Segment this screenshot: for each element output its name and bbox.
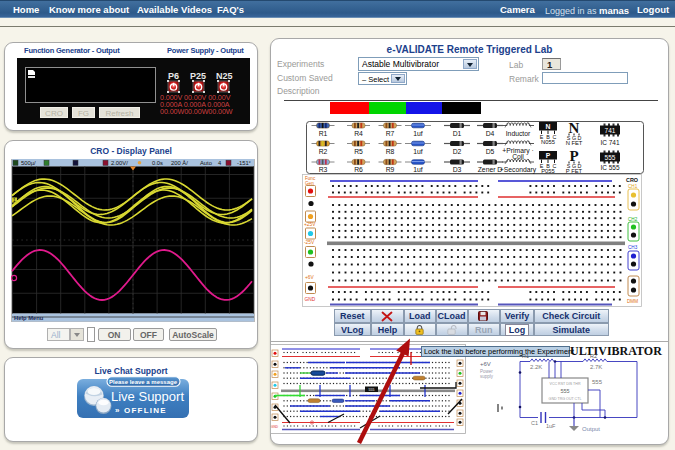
svg-text:555: 555: [605, 154, 616, 161]
svg-text:741: 741: [605, 127, 616, 134]
svg-text:D1: D1: [453, 130, 462, 137]
svg-text:P055: P055: [541, 168, 555, 174]
svg-text:2.2K: 2.2K: [530, 364, 542, 370]
svg-text:CH1: CH1: [628, 184, 638, 189]
svg-text:IC 741: IC 741: [600, 139, 620, 146]
svg-text:C1: C1: [531, 420, 538, 426]
svg-text:-25V: -25V: [304, 240, 315, 245]
svg-text:R1: R1: [522, 353, 529, 359]
svg-text:CRO: CRO: [626, 177, 638, 183]
svg-text:GND: GND: [305, 297, 316, 302]
svg-text:IC 555: IC 555: [600, 164, 620, 171]
svg-text:DMM: DMM: [627, 299, 638, 304]
svg-text:D3: D3: [453, 166, 462, 173]
svg-text:0.0s: 0.0s: [152, 160, 163, 166]
svg-text:D2: D2: [453, 148, 462, 155]
svg-text:555: 555: [592, 379, 603, 385]
svg-text:R8: R8: [386, 148, 395, 155]
svg-text:CH2: CH2: [628, 217, 638, 222]
svg-text:R1: R1: [319, 130, 328, 137]
svg-text:500µ/: 500µ/: [21, 160, 36, 166]
svg-text:N055: N055: [541, 139, 555, 145]
svg-text:GND TRG OUT CTL: GND TRG OUT CTL: [549, 397, 582, 401]
svg-text:Coil: Coil: [512, 153, 524, 160]
svg-text:1uf: 1uf: [413, 130, 423, 137]
svg-text:Zener D: Zener D: [478, 166, 503, 173]
svg-text:supply: supply: [480, 374, 494, 379]
svg-text:+25V: +25V: [304, 222, 316, 227]
svg-text:+6V: +6V: [480, 361, 491, 367]
svg-text:R2: R2: [319, 148, 328, 155]
svg-text:Inductor: Inductor: [506, 130, 531, 137]
svg-text:200 Å/: 200 Å/: [171, 160, 188, 166]
svg-text:VCC RST DIS THR: VCC RST DIS THR: [549, 382, 580, 386]
svg-text:GND: GND: [271, 425, 279, 429]
svg-text:Help Menu: Help Menu: [14, 315, 44, 321]
svg-text:R2: R2: [590, 353, 597, 359]
svg-text:2.00V/: 2.00V/: [111, 160, 128, 166]
svg-text:D5: D5: [486, 148, 495, 155]
svg-text:Output: Output: [582, 426, 600, 432]
svg-text:R4: R4: [354, 130, 363, 137]
svg-text:R6: R6: [354, 166, 363, 173]
svg-text:555: 555: [560, 388, 569, 394]
svg-text:N: N: [546, 123, 551, 130]
svg-text:1uF: 1uF: [546, 423, 556, 429]
svg-text:D4: D4: [486, 130, 495, 137]
svg-text:R9: R9: [386, 166, 395, 173]
svg-text:2.7K: 2.7K: [590, 364, 602, 370]
svg-text:Gen: Gen: [305, 181, 314, 186]
svg-text:1uf: 1uf: [413, 148, 423, 155]
svg-text:Auto: Auto: [200, 160, 212, 166]
svg-text:Please leave a message: Please leave a message: [109, 379, 178, 385]
svg-text:P: P: [546, 152, 551, 159]
svg-text:» OFFLINE: » OFFLINE: [115, 406, 167, 415]
svg-text:-151°: -151°: [237, 160, 251, 166]
svg-text:N FET: N FET: [566, 140, 583, 146]
svg-text:R5: R5: [354, 148, 363, 155]
svg-text:Live Support: Live Support: [111, 389, 184, 404]
svg-text:+6V: +6V: [305, 275, 314, 280]
svg-text:+Secondary: +Secondary: [500, 166, 537, 174]
svg-text:CH3: CH3: [628, 245, 638, 250]
svg-text:R3: R3: [319, 166, 328, 173]
svg-text:1uf: 1uf: [413, 166, 423, 173]
svg-text:R7: R7: [386, 130, 395, 137]
